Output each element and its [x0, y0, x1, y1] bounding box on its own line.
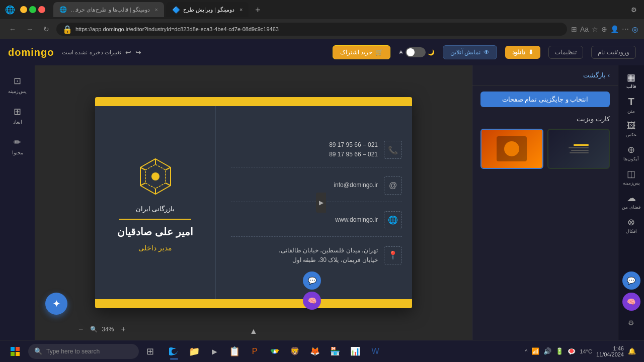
- tray-notification-panel-icon[interactable]: 🔔: [628, 347, 636, 355]
- profile-icon[interactable]: 👤: [610, 25, 619, 33]
- browser-action-buttons: ⊞ Aa ☆ ⊕ 👤 ⋯ ◎: [571, 25, 638, 33]
- scroll-up-arrow[interactable]: ▲: [250, 327, 258, 336]
- card-phone: 021 – 66 95 17 89 021 – 66 95 17 89: [329, 140, 378, 159]
- taskbar-app-tasks[interactable]: 📋: [225, 342, 244, 360]
- card-address: تهران، میدان فلسطین، خیابان طالقانی، خیا…: [279, 246, 378, 265]
- svg-rect-10: [16, 347, 20, 351]
- tab-editor[interactable]: 🔷 دومینگو | ویرایش طرح ×: [166, 2, 249, 17]
- taskbar-app-powerpoint[interactable]: P: [246, 342, 264, 360]
- moon-icon: 🌙: [428, 49, 435, 56]
- sidebar-text-icon[interactable]: T متن: [620, 94, 642, 116]
- fab-button[interactable]: ✦: [45, 293, 67, 315]
- tray-network-icon[interactable]: 📶: [531, 347, 539, 355]
- panel-collapse-arrow[interactable]: ▶: [316, 193, 326, 213]
- taskbar-app-explorer[interactable]: 📁: [185, 342, 203, 360]
- tab-domingo-home[interactable]: 🌐 دومینگو | قالب‌ها و طرح‌های حرفه‌ای ×: [53, 2, 164, 17]
- ai-chat-button[interactable]: 💬: [303, 272, 321, 290]
- start-button[interactable]: [4, 342, 26, 360]
- taskbar-app-excel[interactable]: 📊: [346, 342, 364, 360]
- sidebar-image-icon[interactable]: 🖼 عکس: [620, 118, 642, 140]
- settings-button[interactable]: تنظیمات: [548, 46, 583, 59]
- tab-icon: 🌐: [59, 6, 67, 13]
- forward-button[interactable]: →: [23, 23, 36, 35]
- taskbar-app-edge[interactable]: [165, 342, 183, 360]
- tray-volume-icon[interactable]: 🔊: [543, 347, 551, 355]
- svg-line-3: [166, 167, 171, 170]
- replace-all-button[interactable]: انتخاب و جایگزینی تمام صفحات: [480, 92, 610, 107]
- more-icon[interactable]: ⋯: [622, 25, 629, 33]
- system-tray: ^ 📶 🔊 🔋 💬 14°C 1:46 11/04/2024 🔔: [525, 345, 640, 357]
- url-bar[interactable]: 🔒 https://app.domingo.ir/editor?industry…: [56, 23, 567, 36]
- close-button[interactable]: ×: [38, 6, 45, 13]
- tray-expand-icon[interactable]: ^: [525, 348, 527, 354]
- system-clock[interactable]: 1:46 11/04/2024: [596, 345, 624, 357]
- tab-close-icon[interactable]: ×: [239, 7, 243, 13]
- download-button[interactable]: ⬇ دانلود: [505, 46, 540, 59]
- right-panel: › بازگشت انتخاب و جایگزینی تمام صفحات کا…: [472, 65, 618, 340]
- tray-battery-icon[interactable]: 🔋: [555, 347, 564, 355]
- sidebar-toggle-icon[interactable]: ◎: [632, 25, 638, 33]
- subscribe-button[interactable]: 🛒 خرید اشتراک: [333, 45, 390, 59]
- taskbar-app-word[interactable]: W: [366, 342, 384, 360]
- template-preview-2: [548, 130, 609, 168]
- tab-close-icon[interactable]: ×: [155, 7, 158, 13]
- new-tab-button[interactable]: +: [251, 3, 265, 17]
- taskbar-app-brave[interactable]: 🦁: [286, 342, 304, 360]
- taskbar-app-chrome[interactable]: [266, 342, 284, 360]
- dimensions-tool[interactable]: ⊞ ابعاد: [3, 102, 32, 129]
- logo-text: dom: [8, 47, 31, 58]
- read-mode-icon[interactable]: Aa: [580, 25, 589, 33]
- panel-header: › بازگشت: [472, 65, 618, 85]
- undo-icon[interactable]: ↩: [125, 48, 131, 56]
- email-icon: @: [384, 176, 402, 195]
- canvas-inner: بازرگانی ایران امیر علی صادقیان مدیر داخ…: [95, 97, 412, 308]
- sidebar-ai-chat-button[interactable]: 💬: [622, 272, 640, 290]
- content-tool[interactable]: ✏ محتوا: [3, 133, 32, 159]
- dimensions-icon: ⊞: [14, 106, 21, 117]
- back-button[interactable]: ←: [6, 23, 19, 35]
- back-link[interactable]: › بازگشت: [583, 71, 610, 79]
- login-button[interactable]: ورود/ثبت نام: [591, 46, 636, 59]
- toggle-switch[interactable]: [406, 47, 426, 57]
- zoom-controls: − 🔍 34% +: [75, 324, 129, 335]
- zoom-out-button[interactable]: −: [75, 324, 86, 335]
- globe-icon: 🌐: [384, 211, 402, 229]
- taskbar-app-firefox[interactable]: 🦊: [306, 342, 324, 360]
- taskbar-app-store[interactable]: 🏪: [326, 342, 344, 360]
- cloud-icon: ☁: [627, 193, 636, 204]
- sidebar-ai-button[interactable]: 🧠: [622, 293, 640, 311]
- sidebar-template-icon[interactable]: ▦ قالب: [620, 69, 642, 92]
- svg-rect-11: [11, 352, 15, 356]
- taskbar-app-terminal[interactable]: ▶: [205, 342, 223, 360]
- zoom-level: 34%: [102, 326, 114, 333]
- template-thumb-2[interactable]: [547, 129, 610, 169]
- template-thumb-1[interactable]: [480, 129, 543, 169]
- ai-brain-button[interactable]: 🧠: [303, 292, 321, 310]
- sidebar-background-icon[interactable]: ◫ پس‌زمینه: [620, 166, 642, 188]
- add-to-bar-icon[interactable]: ⊞: [571, 25, 577, 33]
- sidebar-myspace-icon[interactable]: ☁ فضای من: [620, 190, 642, 212]
- redo-icon[interactable]: ↪: [135, 48, 141, 56]
- sidebar-bottom-icons: 💬 🧠 ⚙: [622, 272, 640, 336]
- theme-toggle[interactable]: 🌙 ☀: [398, 47, 435, 57]
- search-placeholder: Type here to search: [46, 348, 100, 355]
- sidebar-effects-icon[interactable]: ⊗ افکال: [620, 214, 642, 236]
- settings-icon[interactable]: ⚙: [631, 6, 637, 14]
- background-tool[interactable]: ⊡ پس‌زمینه: [3, 71, 32, 98]
- maximize-button[interactable]: □: [29, 6, 36, 13]
- task-view-button[interactable]: ⊞: [141, 342, 159, 360]
- background-icon: ⊡: [14, 75, 21, 86]
- sidebar-settings-button[interactable]: ⚙: [622, 314, 640, 332]
- sidebar-icons-icon[interactable]: ⊕ آیکون‌ها: [620, 142, 642, 164]
- preview-button[interactable]: 👁 نمایش آنلاین: [443, 45, 497, 59]
- svg-line-6: [140, 183, 145, 186]
- favorite-icon[interactable]: ☆: [592, 25, 598, 33]
- refresh-button[interactable]: ↻: [40, 23, 52, 35]
- minimize-button[interactable]: −: [20, 6, 27, 13]
- download-icon: ⬇: [528, 49, 533, 56]
- business-card[interactable]: بازرگانی ایران امیر علی صادقیان مدیر داخ…: [95, 97, 412, 308]
- zoom-in-button[interactable]: +: [118, 324, 128, 335]
- taskbar-search[interactable]: 🔍 Type here to search: [28, 344, 139, 359]
- notification-badge: [570, 349, 574, 353]
- extensions-icon[interactable]: ⊕: [601, 25, 607, 33]
